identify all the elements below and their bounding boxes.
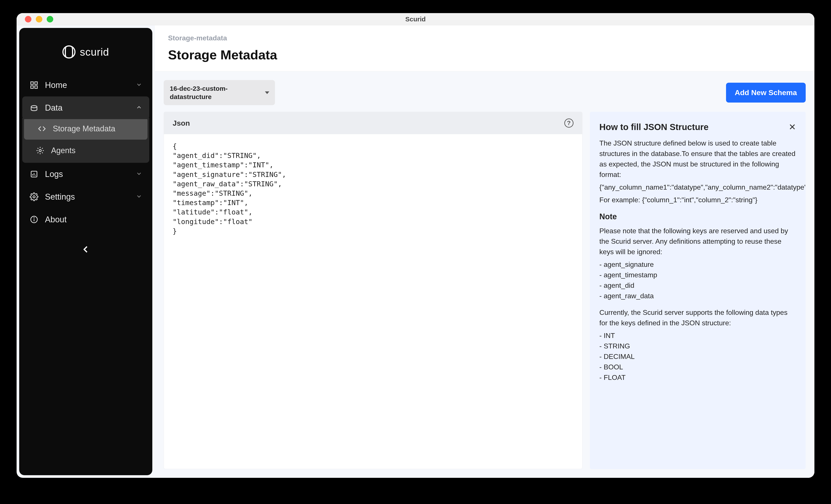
sidebar-item-agents[interactable]: Agents — [22, 140, 149, 161]
brand-name: scurid — [80, 46, 109, 58]
help-intro: The JSON structure defined below is used… — [599, 138, 796, 180]
page-header: Storage-metadata Storage Metadata — [155, 25, 814, 71]
page-title: Storage Metadata — [168, 47, 801, 62]
json-panel-header: Json ? — [164, 112, 582, 134]
panels: Json ? { "agent_did":"STRING", "agent_ti… — [164, 112, 806, 469]
brand-logo: scurid — [22, 39, 149, 74]
help-panel: How to fill JSON Structure ✕ The JSON st… — [590, 112, 806, 469]
help-reserved-keys: - agent_signature - agent_timestamp - ag… — [599, 259, 796, 301]
home-icon — [29, 80, 39, 90]
help-note-heading: Note — [599, 211, 796, 223]
help-example: For example: {"column_1":"int","column_2… — [599, 195, 796, 205]
sidebar-item-label: Agents — [51, 146, 76, 155]
help-types-intro: Currently, the Scurid server supports th… — [599, 307, 796, 328]
sidebar-item-label: Settings — [45, 192, 75, 202]
window-controls — [17, 16, 53, 23]
app-body: scurid Home Data — [17, 25, 814, 478]
sidebar-item-about[interactable]: About — [22, 208, 149, 231]
sidebar-item-settings[interactable]: Settings — [22, 185, 149, 208]
close-window-button[interactable] — [25, 16, 31, 23]
sidebar-collapse-button[interactable] — [80, 244, 91, 255]
maximize-window-button[interactable] — [47, 16, 53, 23]
help-icon[interactable]: ? — [564, 118, 573, 128]
svg-rect-0 — [31, 82, 33, 84]
gear-icon — [29, 192, 39, 202]
help-panel-title: How to fill JSON Structure ✕ — [599, 120, 796, 134]
sidebar-item-label: Storage Metadata — [53, 124, 115, 133]
schema-select[interactable]: 16-dec-23-custom-datastructure — [164, 80, 275, 105]
help-panel-title-text: How to fill JSON Structure — [599, 120, 709, 134]
svg-rect-2 — [31, 86, 33, 88]
sidebar-item-data[interactable]: Data — [22, 96, 149, 119]
logo-icon — [62, 46, 76, 58]
sidebar-item-logs[interactable]: Logs — [22, 163, 149, 185]
main: Storage-metadata Storage Metadata 16-dec… — [155, 25, 814, 478]
minimize-window-button[interactable] — [36, 16, 42, 23]
sidebar-item-label: About — [45, 215, 66, 224]
sidebar-item-label: Logs — [45, 170, 63, 179]
logs-icon — [29, 169, 39, 179]
svg-point-4 — [31, 106, 37, 108]
help-note-intro: Please note that the following keys are … — [599, 226, 796, 257]
help-format-example: {"any_column_name1":"datatype","any_colu… — [599, 182, 796, 192]
schema-select-value: 16-dec-23-custom-datastructure — [170, 85, 228, 100]
json-body[interactable]: { "agent_did":"STRING", "agent_timestamp… — [164, 134, 582, 243]
chevron-down-icon — [136, 192, 142, 202]
svg-point-7 — [33, 196, 35, 198]
titlebar: Scurid — [17, 13, 814, 25]
app-window: Scurid scurid Home Data — [17, 13, 814, 478]
code-icon — [37, 124, 47, 134]
window-title: Scurid — [17, 16, 814, 23]
info-icon — [29, 215, 39, 224]
close-icon[interactable]: ✕ — [789, 120, 796, 134]
breadcrumb: Storage-metadata — [168, 34, 801, 42]
sidebar-item-label: Home — [45, 81, 67, 90]
chevron-up-icon — [136, 103, 142, 113]
sidebar-item-home[interactable]: Home — [22, 74, 149, 96]
svg-point-5 — [39, 149, 41, 152]
svg-rect-1 — [35, 82, 37, 84]
sidebar-data-children: Storage Metadata Agents — [22, 118, 149, 163]
svg-rect-3 — [35, 86, 37, 88]
agents-icon — [35, 146, 45, 155]
svg-point-10 — [34, 218, 34, 218]
content: 16-dec-23-custom-datastructure Add New S… — [155, 71, 814, 478]
json-panel-title: Json — [173, 119, 190, 127]
sidebar: scurid Home Data — [19, 28, 152, 475]
toolbar: 16-dec-23-custom-datastructure Add New S… — [164, 80, 806, 105]
help-types-list: - INT - STRING - DECIMAL - BOOL - FLOAT — [599, 330, 796, 383]
json-panel: Json ? { "agent_did":"STRING", "agent_ti… — [164, 112, 582, 469]
data-icon — [29, 103, 39, 113]
chevron-down-icon — [136, 81, 142, 90]
sidebar-item-storage-metadata[interactable]: Storage Metadata — [24, 118, 147, 140]
chevron-down-icon — [136, 170, 142, 179]
add-schema-button[interactable]: Add New Schema — [726, 83, 806, 102]
sidebar-item-label: Data — [45, 103, 62, 113]
